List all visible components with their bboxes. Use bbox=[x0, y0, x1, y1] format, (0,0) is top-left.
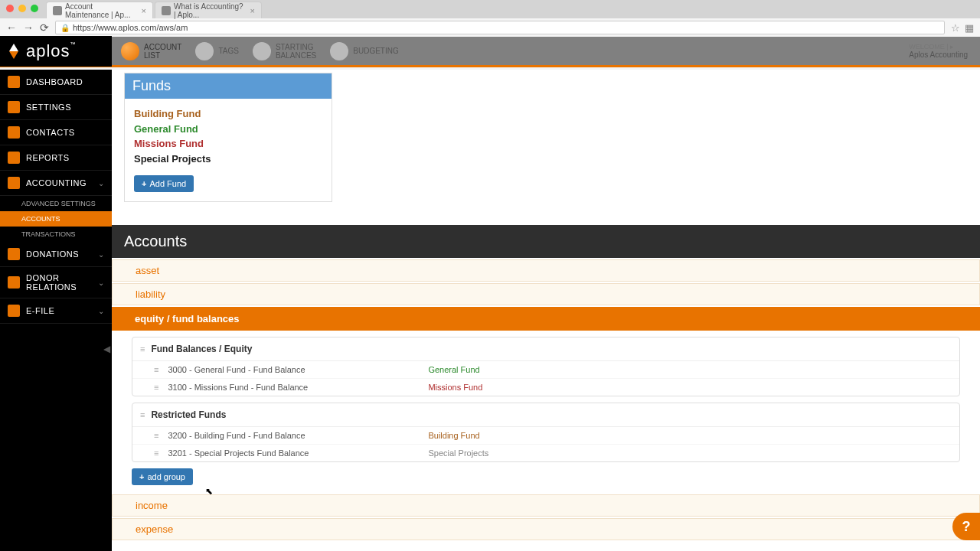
plus-icon: + bbox=[142, 179, 146, 188]
back-button[interactable]: ← bbox=[6, 21, 17, 34]
drag-handle-icon[interactable]: ≡ bbox=[154, 365, 158, 374]
funds-panel: Funds Building Fund General Fund Mission… bbox=[124, 73, 332, 202]
donations-icon bbox=[8, 248, 20, 260]
account-row[interactable]: ≡ 3201 - Special Projects Fund Balance S… bbox=[132, 445, 959, 461]
favicon-icon bbox=[162, 6, 171, 15]
favicon-icon bbox=[53, 6, 62, 15]
account-row[interactable]: ≡ 3200 - Building Fund - Fund Balance Bu… bbox=[132, 427, 959, 445]
budget-icon bbox=[330, 42, 348, 60]
fund-item[interactable]: General Fund bbox=[134, 122, 322, 137]
header-nav: ACCOUNTLIST TAGS STARTINGBALANCES BUDGET… bbox=[112, 42, 980, 60]
efile-icon bbox=[8, 305, 20, 317]
drag-handle-icon[interactable]: ≡ bbox=[140, 344, 145, 354]
add-group-button[interactable]: +add group bbox=[132, 468, 193, 485]
balance-icon bbox=[253, 42, 271, 60]
account-group: ≡ Restricted Funds ≡ 3200 - Building Fun… bbox=[132, 403, 960, 462]
chevron-down-icon: ⌄ bbox=[98, 179, 105, 187]
sidebar-item-settings[interactable]: SETTINGS bbox=[0, 95, 112, 120]
main-content: Funds Building Fund General Fund Mission… bbox=[112, 70, 980, 551]
settings-icon bbox=[8, 101, 20, 113]
tab-title: What is Accounting? | Aplo... bbox=[174, 2, 244, 19]
browser-tab[interactable]: What is Accounting? | Aplo... × bbox=[155, 2, 262, 18]
header-user-area[interactable]: WELCOME | ▸ Aplos Accounting bbox=[909, 43, 980, 59]
category-asset[interactable]: asset bbox=[112, 259, 980, 282]
plus-icon: + bbox=[139, 472, 144, 481]
nav-tags[interactable]: TAGS bbox=[195, 42, 238, 60]
url-text: https://www.aplos.com/aws/am bbox=[73, 23, 188, 32]
sidebar-item-contacts[interactable]: CONTACTS bbox=[0, 120, 112, 145]
fund-item[interactable]: Missions Fund bbox=[134, 136, 322, 152]
sidebar-sub-accounts[interactable]: ACCOUNTS bbox=[0, 211, 112, 227]
category-expense[interactable]: expense bbox=[112, 518, 980, 540]
chevron-down-icon: ⌄ bbox=[98, 279, 105, 287]
tag-icon bbox=[195, 42, 214, 60]
drag-handle-icon[interactable]: ≡ bbox=[140, 410, 145, 419]
category-liability[interactable]: liability bbox=[112, 283, 980, 305]
category-equity[interactable]: equity / fund balances bbox=[112, 307, 980, 331]
url-end-icons: ☆ ▦ bbox=[951, 22, 974, 34]
account-row[interactable]: ≡ 3100 - Missions Fund - Fund Balance Mi… bbox=[132, 379, 959, 396]
app-header: aplos™ ACCOUNTLIST TAGS STARTINGBALANCES… bbox=[0, 37, 980, 67]
maximize-window-button[interactable] bbox=[31, 5, 38, 12]
nav-account-list[interactable]: ACCOUNTLIST bbox=[121, 42, 181, 60]
contacts-icon bbox=[8, 126, 20, 139]
sidebar-item-donor-relations[interactable]: DONOR RELATIONS⌄ bbox=[0, 267, 112, 298]
donor-icon bbox=[8, 276, 20, 289]
sidebar-item-efile[interactable]: E-FILE⌄ bbox=[0, 298, 112, 324]
browser-chrome: Account Maintenance | Ap... × What is Ac… bbox=[0, 0, 980, 37]
funds-panel-title: Funds bbox=[125, 73, 332, 99]
category-income[interactable]: income bbox=[112, 494, 980, 517]
browser-tab-active[interactable]: Account Maintenance | Ap... × bbox=[46, 2, 153, 18]
star-icon[interactable]: ☆ bbox=[951, 22, 960, 34]
menu-icon[interactable]: ▦ bbox=[965, 22, 974, 34]
forward-button[interactable]: → bbox=[23, 21, 34, 34]
group-header[interactable]: ≡ Fund Balances / Equity bbox=[132, 337, 959, 361]
chevron-down-icon: ⌄ bbox=[98, 307, 105, 315]
drag-handle-icon[interactable]: ≡ bbox=[154, 448, 158, 458]
reports-icon bbox=[8, 152, 20, 164]
drag-handle-icon[interactable]: ≡ bbox=[154, 431, 158, 440]
account-row[interactable]: ≡ 3000 - General Fund - Fund Balance Gen… bbox=[132, 361, 959, 379]
tab-bar: Account Maintenance | Ap... × What is Ac… bbox=[0, 0, 980, 18]
fund-item[interactable]: Special Projects bbox=[134, 152, 322, 167]
add-fund-button[interactable]: +Add Fund bbox=[134, 175, 194, 192]
reload-button[interactable]: ⟳ bbox=[40, 21, 49, 34]
dashboard-icon bbox=[8, 76, 20, 88]
close-icon[interactable]: × bbox=[250, 6, 255, 15]
account-groups: ≡ Fund Balances / Equity ≡ 3000 - Genera… bbox=[112, 331, 980, 493]
logo-icon bbox=[6, 44, 21, 59]
traffic-lights bbox=[6, 5, 38, 12]
sidebar-item-reports[interactable]: REPORTS bbox=[0, 145, 112, 171]
sidebar-item-accounting[interactable]: ACCOUNTING⌄ bbox=[0, 171, 112, 196]
sidebar-item-donations[interactable]: DONATIONS⌄ bbox=[0, 242, 112, 267]
help-button[interactable]: ? bbox=[952, 513, 980, 540]
drag-handle-icon[interactable]: ≡ bbox=[154, 383, 158, 392]
org-name: Aplos Accounting bbox=[909, 51, 968, 59]
nav-budgeting[interactable]: BUDGETING bbox=[330, 42, 398, 60]
chevron-down-icon: ⌄ bbox=[98, 250, 105, 259]
url-bar[interactable]: 🔒 https://www.aplos.com/aws/am bbox=[55, 21, 945, 34]
sidebar-sub-advanced-settings[interactable]: ADVANCED SETTINGS bbox=[0, 196, 112, 211]
logo-text: aplos™ bbox=[26, 41, 77, 61]
minimize-window-button[interactable] bbox=[18, 5, 26, 12]
welcome-label: WELCOME | ▸ bbox=[909, 43, 968, 51]
close-window-button[interactable] bbox=[6, 5, 14, 12]
accounting-icon bbox=[8, 177, 20, 189]
tab-title: Account Maintenance | Ap... bbox=[65, 2, 136, 19]
account-group: ≡ Fund Balances / Equity ≡ 3000 - Genera… bbox=[132, 337, 960, 396]
close-icon[interactable]: × bbox=[142, 6, 146, 15]
group-header[interactable]: ≡ Restricted Funds bbox=[132, 403, 959, 427]
logo[interactable]: aplos™ bbox=[0, 36, 112, 67]
fund-item[interactable]: Building Fund bbox=[134, 106, 322, 122]
sidebar: DASHBOARD SETTINGS CONTACTS REPORTS ACCO… bbox=[0, 70, 112, 551]
pie-icon bbox=[121, 42, 139, 60]
accounts-section-title: Accounts bbox=[112, 225, 980, 258]
nav-starting-balances[interactable]: STARTINGBALANCES bbox=[253, 42, 316, 60]
collapse-sidebar-button[interactable]: ◀ bbox=[103, 344, 110, 354]
lock-icon: 🔒 bbox=[60, 24, 70, 32]
nav-bar: ← → ⟳ 🔒 https://www.aplos.com/aws/am ☆ ▦ bbox=[0, 18, 980, 37]
sidebar-item-dashboard[interactable]: DASHBOARD bbox=[0, 70, 112, 95]
sidebar-sub-transactions[interactable]: TRANSACTIONS bbox=[0, 227, 112, 242]
